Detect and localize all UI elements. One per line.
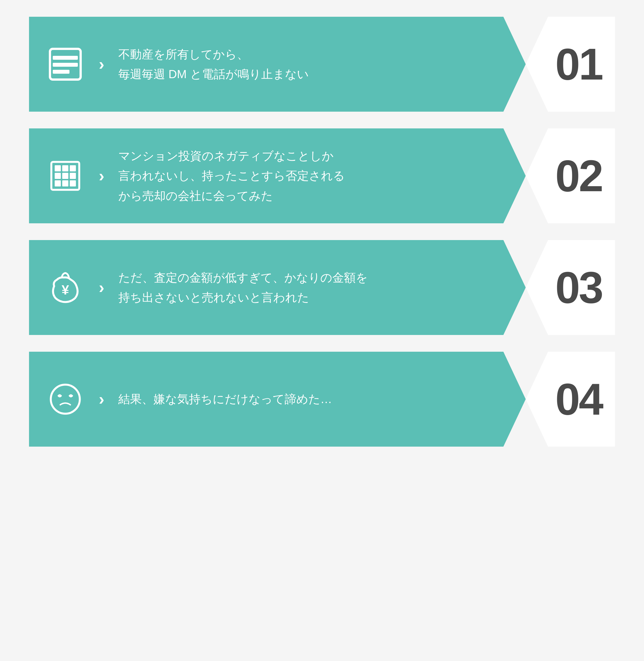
- building-icon: [49, 159, 82, 192]
- card-01: › 不動産を所有してから、 毎週毎週 DM と電話が鳴り止まない 01: [29, 17, 615, 112]
- card-02-icon-wrapper: [46, 156, 85, 196]
- card-02-text: マンション投資のネガティブなことしか 言われないし、持ったことすら否定される か…: [118, 146, 509, 206]
- svg-rect-11: [55, 180, 61, 186]
- svg-rect-5: [55, 165, 61, 172]
- card-04: › 結果、嫌な気持ちにだけなって諦めた… 04: [29, 352, 615, 447]
- svg-text:¥: ¥: [62, 282, 69, 297]
- card-02-number: 02: [538, 154, 602, 198]
- card-04-number: 04: [538, 377, 602, 421]
- card-01-icon-wrapper: [46, 45, 85, 84]
- card-02: › マンション投資のネガティブなことしか 言われないし、持ったことすら否定される…: [29, 129, 615, 223]
- card-03-number-section: 03: [526, 240, 615, 335]
- purse-icon: ¥: [49, 271, 82, 304]
- card-02-main: › マンション投資のネガティブなことしか 言われないし、持ったことすら否定される…: [29, 129, 526, 223]
- card-01-chevron: ›: [99, 56, 105, 73]
- card-03: ¥ › ただ、査定の金額が低すぎて、かなりの金額を 持ち出さないと売れないと言わ…: [29, 240, 615, 335]
- card-03-icon-wrapper: ¥: [46, 268, 85, 307]
- card-03-main: ¥ › ただ、査定の金額が低すぎて、かなりの金額を 持ち出さないと売れないと言わ…: [29, 240, 526, 335]
- card-02-number-section: 02: [526, 129, 615, 223]
- card-04-chevron: ›: [99, 391, 105, 408]
- svg-rect-13: [70, 180, 76, 186]
- card-02-chevron: ›: [99, 167, 105, 184]
- card-04-text: 結果、嫌な気持ちにだけなって諦めた…: [118, 389, 509, 409]
- svg-rect-2: [53, 63, 78, 67]
- card-01-main: › 不動産を所有してから、 毎週毎週 DM と電話が鳴り止まない: [29, 17, 526, 112]
- card-04-number-section: 04: [526, 352, 615, 447]
- svg-rect-3: [53, 70, 69, 74]
- card-04-main: › 結果、嫌な気持ちにだけなって諦めた…: [29, 352, 526, 447]
- cards-container: › 不動産を所有してから、 毎週毎週 DM と電話が鳴り止まない 01: [29, 17, 615, 447]
- svg-point-15: [51, 385, 80, 414]
- svg-rect-1: [53, 56, 78, 60]
- card-03-number: 03: [538, 265, 602, 310]
- card-01-number-section: 01: [526, 17, 615, 112]
- svg-rect-10: [70, 173, 76, 179]
- svg-rect-6: [62, 165, 68, 172]
- card-01-number: 01: [538, 42, 602, 87]
- svg-rect-8: [55, 173, 61, 179]
- svg-rect-9: [62, 173, 68, 179]
- card-01-text: 不動産を所有してから、 毎週毎週 DM と電話が鳴り止まない: [118, 44, 509, 84]
- svg-rect-7: [70, 165, 76, 172]
- document-icon: [49, 47, 82, 81]
- card-04-icon-wrapper: [46, 380, 85, 419]
- svg-rect-12: [62, 180, 68, 186]
- card-03-chevron: ›: [99, 279, 105, 296]
- face-icon: [49, 382, 82, 416]
- card-03-text: ただ、査定の金額が低すぎて、かなりの金額を 持ち出さないと売れないと言われた: [118, 268, 509, 307]
